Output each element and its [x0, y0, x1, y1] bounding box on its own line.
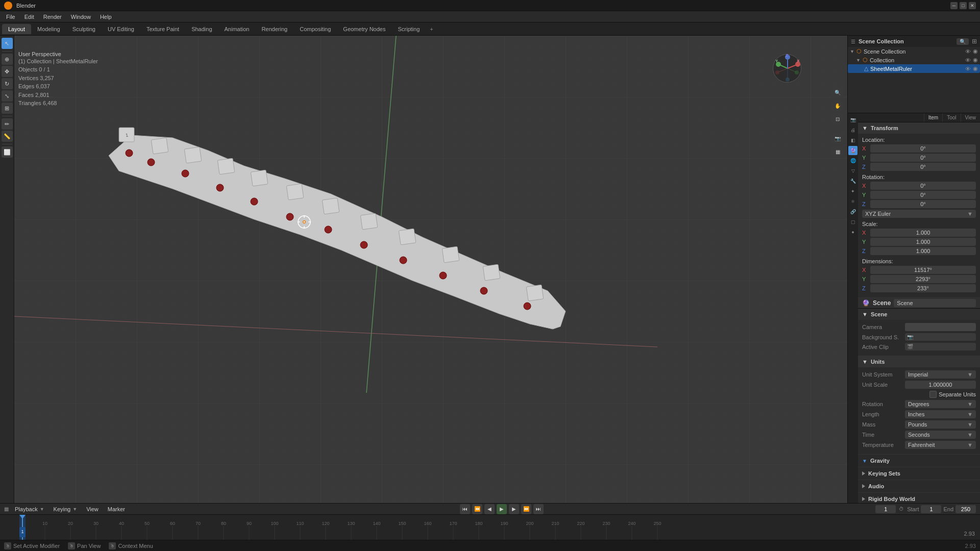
keying-sets-section[interactable]: Keying Sets	[858, 467, 980, 480]
minimize-button[interactable]: ─	[950, 2, 958, 9]
play-button[interactable]: ▶	[497, 504, 507, 514]
outliner-filter-button[interactable]: ⊞	[972, 38, 977, 45]
tab-texture-paint[interactable]: Texture Paint	[140, 24, 185, 34]
menu-edit[interactable]: Edit	[20, 13, 38, 21]
scale-z[interactable]: 1.000	[870, 247, 976, 255]
tab-rendering[interactable]: Rendering	[255, 24, 293, 34]
prop-tab-scene[interactable]: 🔮	[848, 146, 857, 155]
tab-sculpting[interactable]: Sculpting	[66, 24, 102, 34]
marker-menu[interactable]: Marker	[105, 505, 128, 513]
pan-button[interactable]: ✋	[832, 100, 843, 111]
unit-system-dropdown[interactable]: Imperial ▼	[905, 370, 976, 379]
dimensions-z[interactable]: 233°	[870, 284, 976, 292]
prop-tab-physics[interactable]: ⚛	[848, 197, 857, 206]
prev-keyframe-button[interactable]: ⏪	[472, 504, 482, 514]
prop-tab-render[interactable]: 📷	[848, 115, 857, 124]
rotation-y[interactable]: 0°	[870, 191, 976, 199]
cursor-tool-button[interactable]: ⊕	[2, 54, 13, 65]
tab-scripting[interactable]: Scripting	[391, 24, 426, 34]
current-frame-input[interactable]: 1	[875, 505, 896, 513]
transform-section-header[interactable]: ▼ Transform	[858, 122, 980, 134]
prop-tab-particles[interactable]: ✦	[848, 187, 857, 196]
scene-name-input[interactable]: Scene	[894, 299, 976, 307]
dimensions-x[interactable]: 11517°	[870, 266, 976, 274]
length-dropdown[interactable]: Inches ▼	[905, 410, 976, 418]
outliner-search[interactable]: 🔍	[957, 38, 969, 45]
camera-picker[interactable]	[905, 323, 976, 331]
rotate-tool-button[interactable]: ↻	[2, 78, 13, 89]
measure-tool-button[interactable]: 📏	[2, 131, 13, 142]
tab-geometry-nodes[interactable]: Geometry Nodes	[337, 24, 391, 34]
viewport[interactable]: Object Mode ▼ View Select Add Object ⊞ G…	[14, 36, 847, 503]
view-subtab[interactable]: View	[961, 113, 981, 122]
menu-file[interactable]: File	[2, 13, 19, 21]
audio-section[interactable]: Audio	[858, 480, 980, 493]
next-frame-button[interactable]: ▶	[509, 504, 519, 514]
front-view-button[interactable]: ▦	[832, 146, 843, 157]
prop-tab-data[interactable]: ▢	[848, 217, 857, 227]
start-frame-input[interactable]: 1	[921, 505, 941, 513]
viewport-3d[interactable]: 1	[14, 36, 847, 503]
time-dropdown[interactable]: Seconds ▼	[905, 431, 976, 439]
tab-uv-editing[interactable]: UV Editing	[102, 24, 140, 34]
scale-y[interactable]: 1.000	[870, 238, 976, 246]
transform-tool-button[interactable]: ⊞	[2, 103, 13, 114]
rotation-x[interactable]: 0°	[870, 182, 976, 190]
prop-tab-modifier[interactable]: 🔧	[848, 177, 857, 186]
playback-menu[interactable]: Playback ▼	[12, 505, 47, 513]
units-section-header[interactable]: ▼ Units	[858, 356, 980, 367]
rotation-mode-dropdown[interactable]: XYZ Euler ▼	[862, 210, 976, 218]
tool-subtab[interactable]: Tool	[942, 113, 960, 122]
location-x[interactable]: 0°	[870, 144, 976, 153]
next-keyframe-button[interactable]: ⏩	[521, 504, 531, 514]
temperature-dropdown[interactable]: Fahrenheit ▼	[905, 441, 976, 449]
outliner-sheet-metal-ruler[interactable]: △ SheetMetalRuler 👁 ◉	[848, 64, 980, 73]
active-clip-picker[interactable]: 🎬	[905, 343, 976, 350]
menu-render[interactable]: Render	[39, 13, 66, 21]
jump-end-button[interactable]: ⏭	[533, 504, 544, 514]
navigation-gizmo[interactable]: X Y Z	[773, 54, 803, 85]
scale-x[interactable]: 1.000	[870, 229, 976, 237]
tab-animation[interactable]: Animation	[218, 24, 256, 34]
tab-shading[interactable]: Shading	[185, 24, 218, 34]
end-frame-input[interactable]: 250	[955, 505, 976, 513]
timeline-scrubber[interactable]: 1 10 20 30 40 50 60 70 80 90 100 110 120…	[0, 514, 980, 540]
prop-tab-view-layer[interactable]: ◧	[848, 136, 857, 145]
background-s-picker[interactable]: 📷	[905, 333, 976, 341]
select-tool-button[interactable]: ↖	[2, 38, 13, 49]
zoom-to-fit-button[interactable]: ⊡	[832, 113, 843, 124]
scene-settings-header[interactable]: ▼ Scene	[858, 309, 980, 320]
rigid-body-world-section[interactable]: Rigid Body World	[858, 493, 980, 503]
rotation-units-dropdown[interactable]: Degrees ▼	[905, 400, 976, 408]
tab-layout[interactable]: Layout	[2, 24, 31, 34]
menu-window[interactable]: Window	[67, 13, 95, 21]
prop-tab-world[interactable]: 🌐	[848, 156, 857, 165]
outliner-collection[interactable]: ▼ ⬡ Collection 👁 ◉	[848, 56, 980, 64]
camera-view-button[interactable]: 📷	[832, 133, 843, 144]
prop-tab-output[interactable]: 🖨	[848, 126, 857, 135]
scale-tool-button[interactable]: ⤡	[2, 90, 13, 102]
rotation-z[interactable]: 0°	[870, 200, 976, 208]
tab-compositing[interactable]: Compositing	[293, 24, 337, 34]
item-subtab[interactable]: Item	[924, 113, 942, 122]
menu-help[interactable]: Help	[96, 13, 116, 21]
close-button[interactable]: ✕	[969, 2, 976, 9]
gravity-section[interactable]: ▼ Gravity	[858, 455, 980, 467]
unit-scale-value[interactable]: 1.000000	[905, 381, 976, 389]
view-menu-timeline[interactable]: View	[83, 505, 102, 513]
maximize-button[interactable]: □	[960, 2, 967, 9]
outliner-scene-collection[interactable]: ▼ ⬡ Scene Collection 👁 ◉	[848, 47, 980, 56]
tab-modeling[interactable]: Modeling	[31, 24, 66, 34]
mass-dropdown[interactable]: Pounds ▼	[905, 420, 976, 429]
prop-tab-constraints[interactable]: 🔗	[848, 207, 857, 216]
prop-tab-object[interactable]: ▽	[848, 166, 857, 176]
add-cube-button[interactable]: ⬜	[2, 146, 13, 158]
zoom-in-button[interactable]: 🔍	[832, 87, 843, 98]
prev-frame-button[interactable]: ◀	[484, 504, 495, 514]
location-y[interactable]: 0°	[870, 154, 976, 162]
jump-start-button[interactable]: ⏮	[460, 504, 470, 514]
annotate-tool-button[interactable]: ✏	[2, 118, 13, 130]
keying-menu[interactable]: Keying ▼	[51, 505, 81, 513]
move-tool-button[interactable]: ✥	[2, 66, 13, 77]
dimensions-y[interactable]: 2293°	[870, 275, 976, 283]
